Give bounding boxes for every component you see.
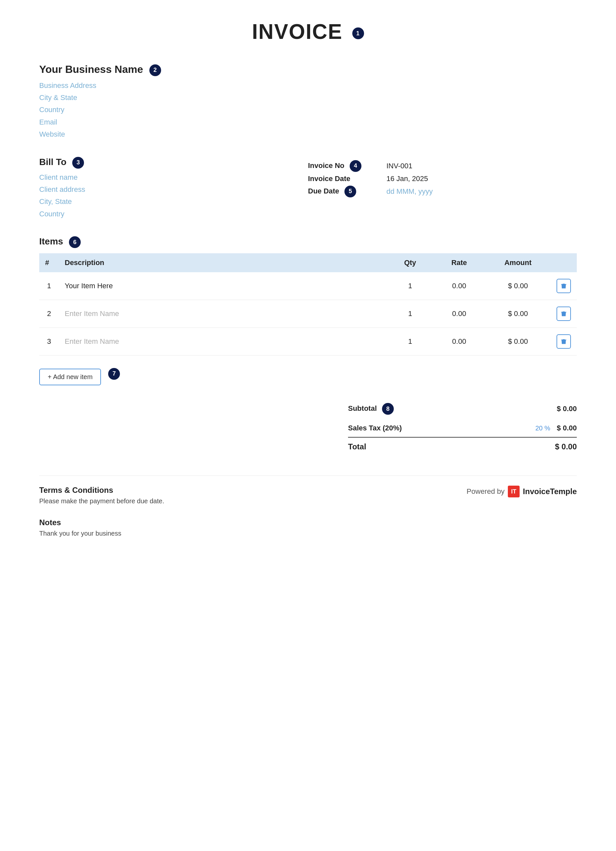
powered-by: Powered by IT InvoiceTemple xyxy=(467,486,577,498)
invoicetemple-logo: IT xyxy=(508,486,520,498)
footer-section: Terms & Conditions Please make the payme… xyxy=(39,475,577,505)
business-country: Country xyxy=(39,104,577,116)
invoice-date-value: 16 Jan, 2025 xyxy=(386,174,428,183)
row-description[interactable]: Your Item Here xyxy=(59,272,387,300)
client-country: Country xyxy=(39,208,308,220)
total-value: $ 0.00 xyxy=(555,442,577,451)
client-name: Client name xyxy=(39,171,308,183)
notes-title: Notes xyxy=(39,518,577,527)
items-title: Items 6 xyxy=(39,236,577,248)
notes-text: Thank you for your business xyxy=(39,530,577,537)
invoice-title-text: INVOICE xyxy=(252,20,343,44)
col-amount: Amount xyxy=(485,253,551,272)
invoice-no-badge: 4 xyxy=(350,160,361,172)
business-name: Your Business Name 2 xyxy=(39,63,577,76)
invoice-title: INVOICE 1 xyxy=(39,20,577,44)
svg-rect-6 xyxy=(563,339,565,340)
table-row: 2 Enter Item Name 1 0.00 $ 0.00 xyxy=(39,300,577,328)
delete-row-button[interactable] xyxy=(556,279,571,293)
invoice-date-label: Invoice Date xyxy=(308,174,380,183)
client-address: Client address xyxy=(39,183,308,195)
bill-invoice-row: Bill To 3 Client name Client address Cit… xyxy=(39,157,577,220)
brand-name: InvoiceTemple xyxy=(523,487,577,496)
table-header-row: # Description Qty Rate Amount xyxy=(39,253,577,272)
row-rate[interactable]: 0.00 xyxy=(433,300,485,328)
total-row: Total $ 0.00 xyxy=(348,437,577,456)
subtotal-row: Subtotal 8 $ 0.00 xyxy=(348,398,577,419)
items-table: # Description Qty Rate Amount 1 Your Ite… xyxy=(39,253,577,356)
table-row: 3 Enter Item Name 1 0.00 $ 0.00 xyxy=(39,328,577,356)
terms-section: Terms & Conditions Please make the payme… xyxy=(39,486,467,505)
business-section: Your Business Name 2 Business Address Ci… xyxy=(39,63,577,141)
col-rate: Rate xyxy=(433,253,485,272)
add-new-item-button[interactable]: + Add new item xyxy=(39,368,101,385)
svg-rect-0 xyxy=(563,284,565,284)
svg-rect-3 xyxy=(563,311,565,312)
terms-text: Please make the payment before due date. xyxy=(39,498,467,505)
total-label: Total xyxy=(348,442,366,451)
table-row: 1 Your Item Here 1 0.00 $ 0.00 xyxy=(39,272,577,300)
tax-value: $ 0.00 xyxy=(557,424,577,432)
row-qty[interactable]: 1 xyxy=(387,300,433,328)
add-item-badge: 7 xyxy=(108,368,120,380)
tax-label: Sales Tax (20%) xyxy=(348,424,402,432)
due-date-badge: 5 xyxy=(344,186,356,197)
row-rate[interactable]: 0.00 xyxy=(433,328,485,356)
col-description: Description xyxy=(59,253,387,272)
invoice-badge: 1 xyxy=(352,27,364,39)
items-section: Items 6 # Description Qty Rate Amount 1 … xyxy=(39,236,577,385)
business-city-state: City & State xyxy=(39,92,577,104)
business-website: Website xyxy=(39,128,577,140)
business-email: Email xyxy=(39,116,577,128)
row-num: 1 xyxy=(39,272,59,300)
tax-row: Sales Tax (20%) 20 % $ 0.00 xyxy=(348,419,577,437)
row-delete-cell xyxy=(551,328,577,356)
col-qty: Qty xyxy=(387,253,433,272)
due-date-value: dd MMM, yyyy xyxy=(386,187,433,196)
row-qty[interactable]: 1 xyxy=(387,272,433,300)
powered-by-label: Powered by xyxy=(467,487,505,496)
row-rate[interactable]: 0.00 xyxy=(433,272,485,300)
business-badge: 2 xyxy=(149,65,161,76)
invoice-no-row: Invoice No 4 INV-001 xyxy=(308,160,577,172)
row-num: 3 xyxy=(39,328,59,356)
col-actions xyxy=(551,253,577,272)
terms-title: Terms & Conditions xyxy=(39,486,467,495)
subtotal-label: Subtotal 8 xyxy=(348,403,394,415)
row-num: 2 xyxy=(39,300,59,328)
row-description[interactable]: Enter Item Name xyxy=(59,300,387,328)
totals-table: Subtotal 8 $ 0.00 Sales Tax (20%) 20 % $… xyxy=(348,398,577,456)
invoice-no-label: Invoice No 4 xyxy=(308,160,380,172)
bill-to-title: Bill To 3 xyxy=(39,157,308,168)
bill-to-section: Bill To 3 Client name Client address Cit… xyxy=(39,157,308,220)
notes-section: Notes Thank you for your business xyxy=(39,518,577,537)
subtotal-value: $ 0.00 xyxy=(557,404,577,413)
row-qty[interactable]: 1 xyxy=(387,328,433,356)
delete-row-button[interactable] xyxy=(556,307,571,321)
delete-row-button[interactable] xyxy=(556,334,571,349)
col-hash: # xyxy=(39,253,59,272)
business-address: Business Address xyxy=(39,80,577,92)
invoice-date-row: Invoice Date 16 Jan, 2025 xyxy=(308,174,577,183)
tax-percent: 20 % xyxy=(535,424,550,432)
items-badge: 6 xyxy=(69,236,81,248)
row-delete-cell xyxy=(551,272,577,300)
due-date-label: Due Date 5 xyxy=(308,186,380,197)
tax-values: 20 % $ 0.00 xyxy=(535,424,577,432)
totals-section: Subtotal 8 $ 0.00 Sales Tax (20%) 20 % $… xyxy=(39,398,577,456)
row-delete-cell xyxy=(551,300,577,328)
row-description[interactable]: Enter Item Name xyxy=(59,328,387,356)
row-amount: $ 0.00 xyxy=(485,328,551,356)
client-city-state: City, State xyxy=(39,195,308,207)
subtotal-badge: 8 xyxy=(382,403,394,415)
due-date-row: Due Date 5 dd MMM, yyyy xyxy=(308,186,577,197)
row-amount: $ 0.00 xyxy=(485,300,551,328)
bill-to-badge: 3 xyxy=(72,157,84,168)
row-amount: $ 0.00 xyxy=(485,272,551,300)
invoice-meta-section: Invoice No 4 INV-001 Invoice Date 16 Jan… xyxy=(308,157,577,220)
invoice-no-value: INV-001 xyxy=(386,162,413,170)
